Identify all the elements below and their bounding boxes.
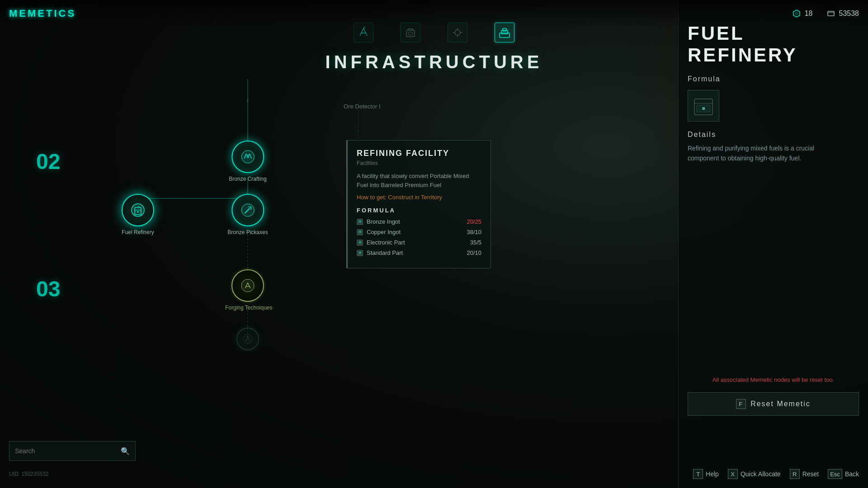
node-circle-bottom — [236, 328, 259, 350]
reset-btn-label: Reset Memetic — [750, 400, 811, 408]
panel-description: Refining and purifying mixed fuels is a … — [688, 143, 859, 164]
keybind-back[interactable]: Esc Back — [828, 469, 859, 479]
ore-detector-label: Ore Detector I — [344, 103, 381, 110]
formula-qty-1: 38/10 — [467, 229, 481, 235]
svg-point-33 — [243, 334, 252, 343]
formula-item-left-2: ✦ Electronic Part — [357, 239, 405, 246]
search-icon: 🔍 — [121, 447, 130, 455]
node-circle-fuel-refinery — [122, 194, 154, 226]
reset-memetic-button[interactable]: F Reset Memetic — [688, 392, 859, 416]
formula-item-0: ✦ Bronze Ingot 20/25 — [357, 218, 481, 225]
node-fuel-refinery[interactable]: Fuel Refinery — [122, 194, 154, 235]
panel-formula-label: Formula — [688, 75, 859, 83]
formula-qty-3: 20/10 — [467, 249, 481, 256]
tooltip-howto: How to get: Construct in Territory — [357, 194, 481, 201]
formula-name-2: Electronic Part — [367, 239, 405, 246]
right-panel: FUEL REFINERY Formula ■ Details Refining… — [678, 0, 868, 488]
svg-point-25 — [246, 155, 249, 158]
keybind-quick-allocate[interactable]: X Quick Allocate — [728, 469, 781, 479]
svg-rect-7 — [408, 32, 413, 35]
tooltip-description: A facility that slowly convert Portable … — [357, 172, 481, 189]
currency-resource: 53538 — [826, 9, 859, 18]
formula-header: FORMULA — [357, 207, 481, 214]
meme-points-icon — [792, 9, 801, 18]
formula-item-left-1: ✦ Copper Ingot — [357, 229, 401, 235]
currency-icon — [826, 9, 835, 18]
cat-tab-1[interactable] — [401, 23, 420, 42]
svg-rect-6 — [406, 30, 415, 37]
formula-name-3: Standard Part — [367, 249, 403, 256]
meme-points-value: 18 — [805, 9, 813, 18]
formula-item-1: ✦ Copper Ingot 38/10 — [357, 229, 481, 235]
node-label-forging-techniques: Forging Techniques — [225, 305, 270, 311]
cat-tab-icon-1 — [401, 23, 420, 42]
node-bottom-partial[interactable] — [236, 328, 259, 350]
formula-name-1: Copper Ingot — [367, 229, 401, 235]
cat-tab-icon-3 — [495, 23, 514, 42]
formula-item-3: ✦ Standard Part 20/10 — [357, 249, 481, 256]
help-label: Help — [706, 470, 719, 478]
uid-label: UID: 150235532 — [9, 471, 48, 479]
svg-rect-15 — [503, 28, 506, 31]
node-bronze-pickaxes[interactable]: Bronze Pickaxes — [227, 194, 268, 235]
cat-tab-3[interactable] — [495, 23, 514, 42]
tier-label-03: 03 — [36, 277, 60, 301]
currency-value: 53538 — [839, 9, 859, 18]
top-bar-right: 18 53538 — [792, 9, 859, 18]
app-title: MEMETICS — [9, 8, 76, 19]
reset-key: R — [790, 469, 800, 479]
svg-rect-14 — [501, 30, 508, 34]
reset-warning: All associated Memetic nodes will be res… — [688, 376, 859, 383]
section-title: INFRASTRUCTURE — [326, 52, 543, 72]
cat-tab-0[interactable] — [354, 23, 373, 42]
formula-qty-0: 20/25 — [467, 218, 481, 225]
meme-points-resource: 18 — [792, 9, 813, 18]
panel-details-label: Details — [688, 131, 859, 139]
quick-allocate-label: Quick Allocate — [741, 470, 781, 478]
node-circle-bronze-pickaxes — [231, 194, 264, 226]
reset-label: Reset — [802, 470, 819, 478]
back-label: Back — [845, 470, 859, 478]
svg-point-8 — [455, 30, 460, 35]
node-circle-forging-techniques — [231, 269, 264, 302]
node-label-bronze-crafting: Bronze Crafting — [229, 176, 266, 182]
svg-marker-1 — [795, 11, 798, 16]
search-bar: 🔍 — [9, 441, 136, 461]
cat-tab-icon-0 — [354, 23, 373, 42]
keybind-reset[interactable]: R Reset — [790, 469, 819, 479]
formula-name-0: Bronze Ingot — [367, 218, 400, 225]
formula-icon-0: ✦ — [357, 219, 363, 225]
formula-item-2: ✦ Electronic Part 35/5 — [357, 239, 481, 246]
formula-icon-3: ✦ — [357, 250, 363, 256]
tier-label-02: 02 — [36, 149, 60, 174]
formula-item-left-0: ✦ Bronze Ingot — [357, 218, 400, 225]
reset-key-hint: F — [736, 399, 746, 409]
tooltip-title: REFINING FACILITY — [357, 149, 481, 158]
svg-line-5 — [363, 27, 365, 28]
tooltip-category: Facilities — [357, 160, 481, 166]
node-bronze-crafting[interactable]: Bronze Crafting — [229, 141, 266, 182]
svg-point-31 — [241, 279, 254, 292]
node-forging-techniques[interactable]: Forging Techniques — [225, 269, 270, 311]
panel-title: FUEL REFINERY — [688, 23, 859, 66]
node-circle-bronze-crafting — [231, 141, 264, 173]
help-key: T — [693, 469, 703, 479]
node-label-bronze-pickaxes: Bronze Pickaxes — [227, 229, 268, 235]
search-input[interactable] — [15, 447, 116, 455]
bottom-keybinds: T Help X Quick Allocate R Reset Esc Back — [693, 469, 859, 479]
panel-formula-icon: ■ — [688, 90, 719, 122]
formula-item-left-3: ✦ Standard Part — [357, 249, 403, 256]
formula-icon-2: ✦ — [357, 239, 363, 246]
formula-qty-2: 35/5 — [470, 239, 481, 246]
node-label-fuel-refinery: Fuel Refinery — [122, 229, 154, 235]
svg-rect-2 — [828, 11, 834, 16]
category-tabs — [354, 23, 514, 42]
tooltip-popup: REFINING FACILITY Facilities A facility … — [346, 140, 491, 268]
cat-tab-icon-2 — [448, 23, 467, 42]
cat-tab-2[interactable] — [448, 23, 467, 42]
svg-text:■: ■ — [702, 105, 705, 112]
keybind-help[interactable]: T Help — [693, 469, 719, 479]
quick-allocate-key: X — [728, 469, 738, 479]
formula-icon-1: ✦ — [357, 229, 363, 235]
back-key: Esc — [828, 469, 842, 479]
